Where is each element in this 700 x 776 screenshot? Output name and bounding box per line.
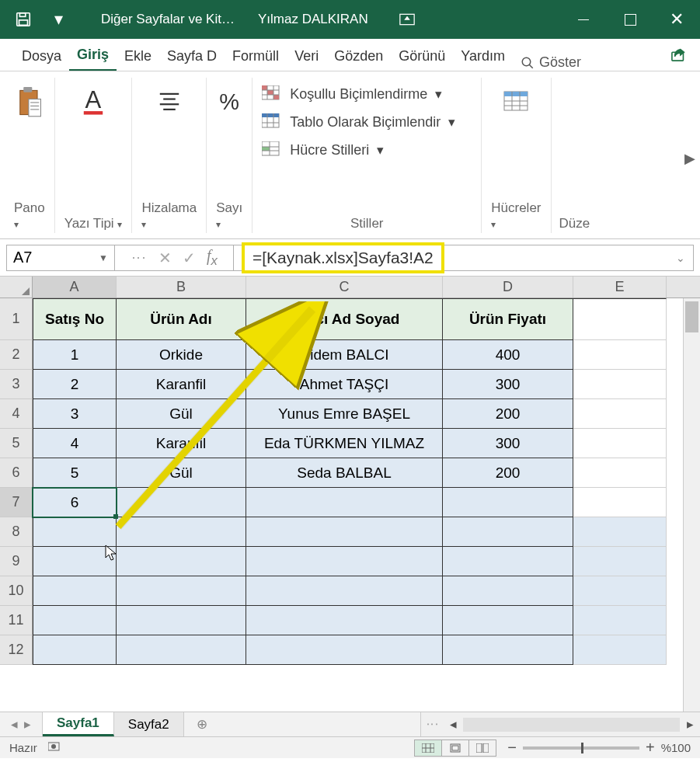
cell[interactable]: 3 bbox=[33, 399, 117, 429]
cell[interactable] bbox=[443, 576, 573, 606]
cell[interactable] bbox=[573, 370, 667, 399]
tab-formulas[interactable]: Formüll bbox=[225, 42, 287, 71]
cell-styles-button[interactable]: Hücre Stilleri ▾ bbox=[262, 141, 472, 158]
cell[interactable]: 300 bbox=[443, 429, 573, 458]
cell[interactable] bbox=[246, 606, 443, 635]
cell[interactable] bbox=[443, 635, 573, 665]
formula-input[interactable]: =[Kaynak.xlsx]Sayfa3!A2 ⌄ bbox=[234, 245, 694, 271]
cells-button[interactable] bbox=[501, 78, 531, 118]
fx-button[interactable]: fx bbox=[207, 247, 218, 269]
cell[interactable] bbox=[573, 340, 667, 370]
cell[interactable]: Gül bbox=[117, 399, 246, 429]
cell[interactable] bbox=[117, 606, 246, 635]
row-header-4[interactable]: 4 bbox=[0, 399, 33, 429]
header-cell[interactable]: Satıcı Ad Soyad bbox=[246, 298, 443, 340]
cell[interactable] bbox=[33, 517, 117, 547]
paste-button[interactable] bbox=[16, 78, 43, 118]
zoom-in-button[interactable]: + bbox=[646, 739, 655, 757]
conditional-formatting-button[interactable]: Koşullu Biçimlendirme ▾ bbox=[262, 85, 472, 103]
tab-view[interactable]: Görünü bbox=[391, 42, 453, 71]
cell[interactable] bbox=[573, 576, 667, 606]
cell[interactable]: Karanfil bbox=[117, 429, 246, 458]
tab-pagelayout[interactable]: Sayfa D bbox=[159, 42, 225, 71]
minimize-button[interactable] bbox=[560, 0, 607, 39]
row-header-10[interactable]: 10 bbox=[0, 576, 33, 606]
cell[interactable] bbox=[246, 635, 443, 665]
sheet-tab[interactable]: Sayfa1 bbox=[43, 712, 114, 736]
cell[interactable] bbox=[573, 458, 667, 488]
header-cell[interactable]: Ürün Fiyatı bbox=[443, 298, 573, 340]
header-cell[interactable]: Satış No bbox=[33, 298, 117, 340]
view-normal[interactable] bbox=[414, 739, 442, 757]
tab-data[interactable]: Veri bbox=[287, 42, 326, 71]
col-header-D[interactable]: D bbox=[443, 277, 573, 298]
cell[interactable] bbox=[443, 488, 573, 517]
cell[interactable]: 200 bbox=[443, 458, 573, 488]
name-box[interactable]: A7 ▼ bbox=[6, 245, 115, 271]
cell[interactable] bbox=[573, 298, 667, 340]
view-page-layout[interactable] bbox=[441, 739, 469, 757]
zoom-out-button[interactable]: − bbox=[507, 739, 517, 757]
zoom-level[interactable]: %100 bbox=[661, 741, 691, 754]
tab-home[interactable]: Giriş bbox=[69, 40, 117, 71]
add-sheet-button[interactable]: ⊕ bbox=[184, 712, 220, 736]
sheet-tab[interactable]: Sayfa2 bbox=[114, 712, 184, 736]
cell[interactable] bbox=[443, 517, 573, 547]
cell[interactable] bbox=[246, 488, 443, 517]
horizontal-scrollbar[interactable]: ⋮ ◂▸ bbox=[420, 712, 700, 736]
cell[interactable]: Eda TÜRKMEN YILMAZ bbox=[246, 429, 443, 458]
sheet-nav[interactable]: ◂▸ bbox=[0, 712, 43, 736]
row-header-3[interactable]: 3 bbox=[0, 370, 33, 399]
cell[interactable] bbox=[443, 606, 573, 635]
col-header-E[interactable]: E bbox=[573, 277, 667, 298]
cell[interactable] bbox=[443, 547, 573, 576]
cell[interactable] bbox=[246, 576, 443, 606]
tab-review[interactable]: Gözden bbox=[326, 42, 391, 71]
cell[interactable] bbox=[573, 399, 667, 429]
row-header-5[interactable]: 5 bbox=[0, 429, 33, 458]
cancel-formula-button[interactable]: ✕ bbox=[158, 249, 172, 267]
row-header-1[interactable]: 1 bbox=[0, 298, 33, 340]
col-header-B[interactable]: B bbox=[117, 277, 246, 298]
header-cell[interactable]: Ürün Adı bbox=[117, 298, 246, 340]
cell[interactable] bbox=[573, 517, 667, 547]
cell[interactable] bbox=[573, 635, 667, 665]
tell-me[interactable]: Göster bbox=[521, 54, 581, 71]
cell[interactable] bbox=[117, 547, 246, 576]
cell[interactable] bbox=[246, 547, 443, 576]
cell[interactable] bbox=[573, 547, 667, 576]
row-header-9[interactable]: 9 bbox=[0, 547, 33, 576]
tab-insert[interactable]: Ekle bbox=[117, 42, 159, 71]
cell[interactable]: 400 bbox=[443, 340, 573, 370]
cell[interactable] bbox=[573, 488, 667, 517]
cell[interactable]: Didem BALCI bbox=[246, 340, 443, 370]
ribbon-scroll-right[interactable]: ▶ bbox=[684, 150, 695, 167]
cell[interactable]: Yunus Emre BAŞEL bbox=[246, 399, 443, 429]
view-page-break[interactable] bbox=[468, 739, 496, 757]
number-button[interactable]: % bbox=[216, 78, 242, 118]
expand-formula-bar[interactable]: ⌄ bbox=[676, 252, 685, 264]
cell[interactable]: 5 bbox=[33, 458, 117, 488]
cell[interactable]: Orkide bbox=[117, 340, 246, 370]
cell[interactable]: 200 bbox=[443, 399, 573, 429]
zoom-slider[interactable] bbox=[523, 746, 639, 750]
qat-dropdown[interactable]: ▾ bbox=[47, 9, 70, 30]
maximize-button[interactable] bbox=[607, 0, 653, 39]
format-as-table-button[interactable]: Tablo Olarak Biçimlendir ▾ bbox=[262, 113, 472, 130]
row-header-6[interactable]: 6 bbox=[0, 458, 33, 488]
cell[interactable]: Ahmet TAŞÇI bbox=[246, 370, 443, 399]
cell[interactable]: 4 bbox=[33, 429, 117, 458]
cell[interactable]: Karanfil bbox=[117, 370, 246, 399]
tab-file[interactable]: Dosya bbox=[14, 42, 69, 71]
row-header-8[interactable]: 8 bbox=[0, 517, 33, 547]
macro-record-icon[interactable] bbox=[48, 741, 62, 754]
font-button[interactable]: A bbox=[80, 78, 106, 118]
cell[interactable] bbox=[117, 576, 246, 606]
cell[interactable] bbox=[573, 606, 667, 635]
cell[interactable] bbox=[117, 517, 246, 547]
cell[interactable] bbox=[117, 635, 246, 665]
alignment-button[interactable] bbox=[156, 78, 183, 118]
row-header-7[interactable]: 7 bbox=[0, 488, 33, 517]
row-header-2[interactable]: 2 bbox=[0, 340, 33, 370]
row-header-12[interactable]: 12 bbox=[0, 635, 33, 665]
